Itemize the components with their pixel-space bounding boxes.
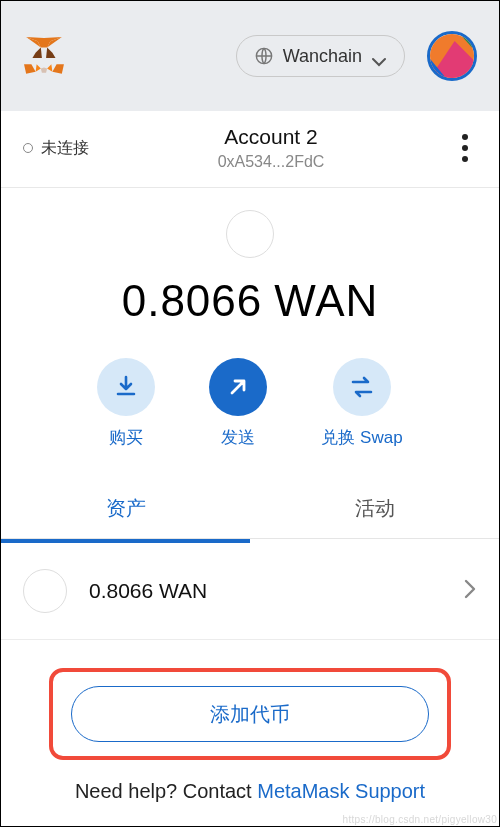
buy-action[interactable]: 购买: [97, 358, 155, 449]
tab-activity[interactable]: 活动: [250, 477, 499, 538]
asset-token-icon: [23, 569, 67, 613]
add-token-label: 添加代币: [210, 701, 290, 728]
connection-status-text: 未连接: [41, 138, 89, 159]
balance-symbol: WAN: [274, 276, 378, 325]
svg-marker-5: [46, 48, 55, 58]
svg-marker-9: [41, 67, 47, 72]
swap-icon: [348, 374, 376, 400]
send-button[interactable]: [209, 358, 267, 416]
send-label: 发送: [209, 426, 267, 449]
account-menu-button[interactable]: [453, 134, 477, 162]
download-icon: [113, 374, 139, 400]
svg-marker-6: [36, 64, 41, 71]
main-content: 0.8066WAN 购买 发送 兑换 Sw: [1, 188, 499, 826]
account-avatar[interactable]: [427, 31, 477, 81]
asset-balance: 0.8066 WAN: [89, 579, 463, 603]
tabs: 资产 活动: [1, 477, 499, 539]
connection-dot-icon: [23, 143, 33, 153]
app-header: Wanchain: [1, 1, 499, 111]
connection-status[interactable]: 未连接: [23, 138, 89, 159]
buy-label: 购买: [97, 426, 155, 449]
action-buttons: 购买 发送 兑换 Swap: [1, 358, 499, 449]
svg-marker-2: [52, 64, 64, 73]
account-bar: 未连接 Account 2 0xA534...2FdC: [1, 111, 499, 188]
swap-label: 兑换 Swap: [321, 426, 402, 449]
svg-marker-8: [26, 37, 62, 47]
network-label: Wanchain: [283, 46, 362, 67]
help-prefix: Need help? Contact: [75, 780, 257, 802]
primary-balance: 0.8066WAN: [1, 276, 499, 326]
balance-amount: 0.8066: [122, 276, 263, 325]
account-selector[interactable]: Account 2 0xA534...2FdC: [89, 125, 453, 171]
buy-button[interactable]: [97, 358, 155, 416]
watermark: https://blog.csdn.net/pigyellow30: [343, 814, 497, 825]
account-name: Account 2: [89, 125, 453, 149]
primary-token-icon: [226, 210, 274, 258]
add-token-highlight: 添加代币: [49, 668, 451, 760]
send-action[interactable]: 发送: [209, 358, 267, 449]
arrow-up-right-icon: [225, 374, 251, 400]
add-token-button[interactable]: 添加代币: [71, 686, 429, 742]
asset-row[interactable]: 0.8066 WAN: [1, 543, 499, 640]
svg-marker-3: [24, 64, 36, 73]
globe-icon: [255, 47, 273, 65]
svg-marker-7: [47, 64, 52, 71]
account-address: 0xA534...2FdC: [89, 153, 453, 171]
chevron-right-icon: [463, 578, 477, 604]
svg-marker-4: [32, 48, 41, 58]
network-selector[interactable]: Wanchain: [236, 35, 405, 77]
swap-button[interactable]: [333, 358, 391, 416]
metamask-logo: [23, 36, 65, 76]
tab-assets[interactable]: 资产: [1, 477, 250, 538]
support-link[interactable]: MetaMask Support: [257, 780, 425, 802]
footer-help: Need help? Contact MetaMask Support: [1, 760, 499, 813]
chevron-down-icon: [372, 51, 386, 61]
swap-action[interactable]: 兑换 Swap: [321, 358, 402, 449]
